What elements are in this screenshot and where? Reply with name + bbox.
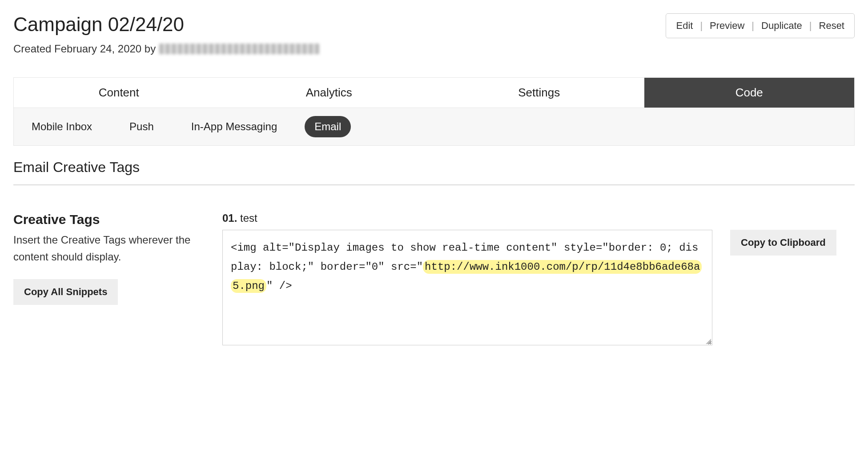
code-snippet-box[interactable]: <img alt="Display images to show real-ti… xyxy=(222,230,712,345)
edit-link[interactable]: Edit xyxy=(676,20,693,32)
snippet-name: test xyxy=(240,212,257,224)
sub-tabs: Mobile Inbox Push In-App Messaging Email xyxy=(13,108,855,146)
tab-analytics[interactable]: Analytics xyxy=(224,78,434,108)
copy-to-clipboard-button[interactable]: Copy to Clipboard xyxy=(730,230,836,256)
resize-handle-icon[interactable] xyxy=(705,338,711,344)
separator: | xyxy=(751,20,754,32)
actions-box: Edit | Preview | Duplicate | Reset xyxy=(666,13,855,38)
code-post: " /> xyxy=(266,280,292,292)
author-redacted xyxy=(159,44,319,54)
primary-tabs: Content Analytics Settings Code xyxy=(13,77,855,108)
subtab-email[interactable]: Email xyxy=(305,116,351,137)
tab-settings[interactable]: Settings xyxy=(434,78,644,108)
separator: | xyxy=(700,20,703,32)
creative-tags-heading: Creative Tags xyxy=(13,212,205,227)
page-title: Campaign 02/24/20 xyxy=(13,13,319,36)
reset-link[interactable]: Reset xyxy=(819,20,844,32)
subtab-mobile-inbox[interactable]: Mobile Inbox xyxy=(32,116,102,137)
snippet-label: 01. test xyxy=(222,212,712,224)
copy-all-snippets-button[interactable]: Copy All Snippets xyxy=(13,279,118,305)
tab-content[interactable]: Content xyxy=(14,78,224,108)
duplicate-link[interactable]: Duplicate xyxy=(761,20,802,32)
subtab-push[interactable]: Push xyxy=(120,116,164,137)
section-title: Email Creative Tags xyxy=(13,159,855,185)
snippet-number: 01. xyxy=(222,212,237,224)
preview-link[interactable]: Preview xyxy=(710,20,744,32)
created-line: Created February 24, 2020 by xyxy=(13,43,319,55)
tab-code[interactable]: Code xyxy=(644,78,855,108)
subtab-in-app[interactable]: In-App Messaging xyxy=(181,116,287,137)
creative-tags-description: Insert the Creative Tags wherever the co… xyxy=(13,232,205,266)
created-text: Created February 24, 2020 by xyxy=(13,43,156,55)
separator: | xyxy=(809,20,812,32)
